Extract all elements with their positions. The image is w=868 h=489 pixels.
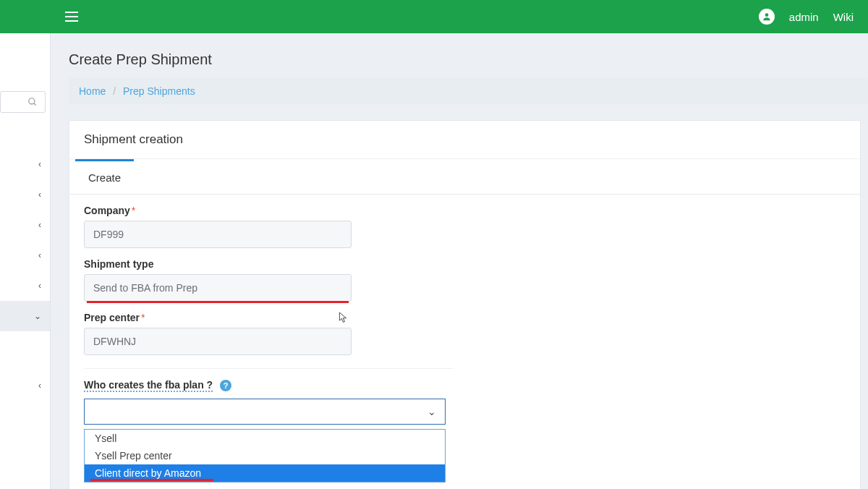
panel-title: Shipment creation (69, 121, 860, 159)
highlight-underline (90, 479, 213, 481)
divider (84, 368, 453, 369)
hamburger-menu-icon[interactable] (65, 9, 81, 25)
main-content: Create Prep Shipment Home / Prep Shipmen… (51, 33, 868, 489)
tab-create[interactable]: Create (75, 159, 134, 194)
chevron-left-icon: ‹ (38, 159, 41, 169)
who-creates-label: Who creates the fba plan ? (84, 379, 213, 392)
chevron-left-icon: ‹ (38, 380, 41, 391)
breadcrumb-separator: / (113, 85, 116, 97)
sidebar-search[interactable] (0, 91, 46, 113)
user-avatar-icon[interactable] (759, 9, 775, 25)
help-icon[interactable]: ? (220, 380, 231, 391)
sidebar-item-1[interactable]: ‹ (0, 149, 50, 179)
dropdown-option-ysell[interactable]: Ysell (85, 430, 445, 447)
chevron-left-icon: ‹ (38, 250, 41, 260)
breadcrumb: Home / Prep Shipments (69, 78, 868, 104)
search-icon (27, 97, 38, 107)
breadcrumb-current[interactable]: Prep Shipments (123, 85, 195, 97)
prep-center-label: Prep center* (84, 312, 417, 323)
prep-center-select[interactable]: DFWHNJ (84, 328, 352, 355)
sidebar-item-7[interactable]: ‹ (0, 370, 50, 401)
chevron-left-icon: ‹ (38, 281, 41, 291)
wiki-link[interactable]: Wiki (833, 11, 854, 23)
topbar: admin Wiki (0, 0, 868, 33)
tabs: Create (69, 159, 860, 195)
sidebar-item-5[interactable]: ‹ (0, 271, 50, 301)
chevron-down-icon: ⌄ (427, 406, 436, 417)
highlight-underline (87, 301, 349, 303)
company-select[interactable]: DF999 (84, 221, 352, 248)
sidebar-item-2[interactable]: ‹ (0, 179, 50, 210)
chevron-down-icon: ⌄ (34, 311, 41, 321)
user-label[interactable]: admin (789, 11, 819, 23)
dropdown-option-ysell-prep[interactable]: Ysell Prep center (85, 447, 445, 464)
shipment-panel: Shipment creation Create Company* DF999 (69, 120, 861, 489)
dropdown-option-client-direct[interactable]: Client direct by Amazon (85, 464, 445, 482)
fba-plan-dropdown-menu: Ysell Ysell Prep center Client direct by… (84, 429, 446, 482)
svg-point-1 (29, 98, 35, 104)
chevron-left-icon: ‹ (38, 220, 41, 230)
sidebar-item-6-expanded[interactable]: ⌄ (0, 301, 50, 331)
svg-point-0 (765, 13, 768, 17)
page-title: Create Prep Shipment (69, 51, 868, 68)
breadcrumb-home[interactable]: Home (79, 85, 106, 97)
sidebar-item-3[interactable]: ‹ (0, 210, 50, 240)
chevron-left-icon: ‹ (38, 190, 41, 200)
sidebar: ‹ ‹ ‹ ‹ ‹ ⌄ ‹ (0, 33, 51, 489)
shipment-type-label: Shipment type (84, 258, 417, 270)
sidebar-item-4[interactable]: ‹ (0, 240, 50, 271)
company-label: Company* (84, 205, 417, 216)
svg-line-2 (34, 103, 36, 106)
shipment-type-select[interactable]: Send to FBA from Prep (84, 274, 352, 302)
fba-plan-select[interactable]: ⌄ (84, 399, 446, 425)
